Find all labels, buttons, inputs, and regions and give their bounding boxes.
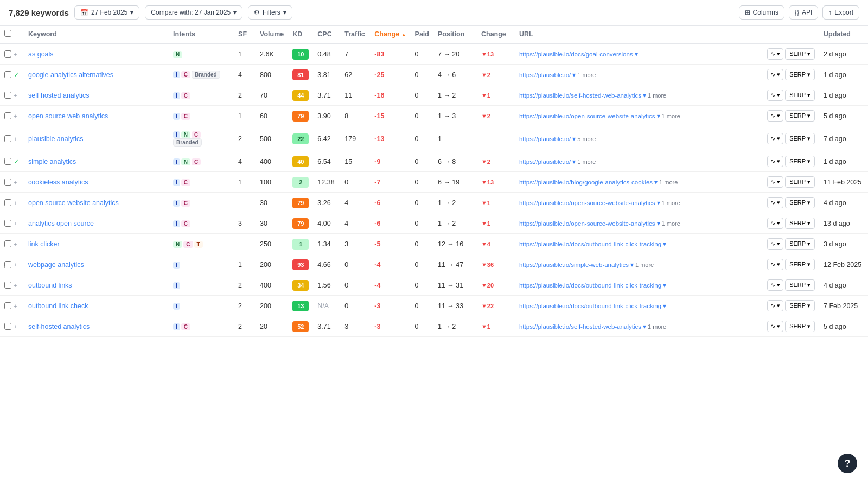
- chart-button[interactable]: ∿ ▾: [767, 321, 783, 332]
- url-link[interactable]: https://plausible.io/docs/outbound-link-…: [519, 241, 661, 247]
- intents-header[interactable]: Intents: [169, 26, 234, 43]
- chart-button[interactable]: ∿ ▾: [767, 238, 783, 250]
- select-all-checkbox[interactable]: [4, 30, 11, 37]
- url-link[interactable]: https://plausible.io/open-source-website…: [519, 113, 655, 119]
- keyword-link[interactable]: analytics open source: [28, 220, 94, 227]
- url-dropdown-icon[interactable]: ▾: [663, 282, 666, 289]
- url-link[interactable]: https://plausible.io/blog/google-analyti…: [519, 179, 653, 186]
- chart-button[interactable]: ∿ ▾: [767, 218, 783, 229]
- url-dropdown-icon[interactable]: ▾: [643, 92, 646, 99]
- url-more-link[interactable]: 1 more: [648, 323, 666, 330]
- url-link[interactable]: https://plausible.io/docs/outbound-link-…: [519, 282, 661, 289]
- add-icon[interactable]: +: [14, 323, 17, 330]
- url-more-link[interactable]: 1 more: [662, 220, 680, 227]
- keyword-link[interactable]: webpage analytics: [28, 261, 84, 269]
- cpc-header[interactable]: CPC: [313, 26, 340, 43]
- keyword-link[interactable]: self-hosted analytics: [28, 323, 90, 330]
- url-link[interactable]: https://plausible.io/docs/outbound-link-…: [519, 303, 661, 309]
- change-header[interactable]: Change ▲: [370, 26, 410, 43]
- row-checkbox[interactable]: [4, 282, 11, 289]
- keyword-link[interactable]: cookieless analytics: [28, 179, 88, 186]
- url-link[interactable]: https://plausible.io/self-hosted-web-ana…: [519, 323, 641, 330]
- serp-button[interactable]: SERP ▾: [785, 218, 815, 229]
- pchange-header[interactable]: Change: [477, 26, 515, 43]
- add-icon[interactable]: +: [14, 200, 17, 206]
- kd-header[interactable]: KD: [288, 26, 313, 43]
- add-icon[interactable]: +: [14, 179, 17, 186]
- url-dropdown-icon[interactable]: ▾: [572, 158, 576, 165]
- url-more-link[interactable]: 1 more: [662, 200, 680, 206]
- keyword-link[interactable]: outbound links: [28, 282, 72, 289]
- keyword-link[interactable]: open source website analytics: [28, 199, 119, 207]
- chart-button[interactable]: ∿ ▾: [767, 300, 783, 311]
- serp-button[interactable]: SERP ▾: [785, 238, 815, 250]
- add-icon[interactable]: +: [14, 92, 17, 99]
- chart-button[interactable]: ∿ ▾: [767, 156, 783, 167]
- url-more-link[interactable]: 1 more: [577, 72, 596, 78]
- url-link[interactable]: https://plausible.io/: [519, 136, 571, 142]
- row-checkbox[interactable]: [4, 71, 11, 78]
- chart-button[interactable]: ∿ ▾: [767, 176, 783, 188]
- date-picker-button[interactable]: 📅 27 Feb 2025 ▾: [74, 5, 139, 20]
- filters-button[interactable]: ⚙ Filters ▾: [248, 5, 292, 20]
- check-icon[interactable]: ✓: [14, 157, 20, 165]
- export-button[interactable]: ↑ Export: [822, 5, 859, 20]
- chart-button[interactable]: ∿ ▾: [767, 90, 783, 101]
- url-more-link[interactable]: 1 more: [662, 113, 680, 119]
- url-dropdown-icon[interactable]: ▾: [572, 71, 576, 79]
- row-checkbox[interactable]: [4, 240, 11, 247]
- volume-header[interactable]: Volume: [256, 26, 288, 43]
- url-dropdown-icon[interactable]: ▾: [657, 112, 660, 120]
- sf-header[interactable]: SF: [234, 26, 256, 43]
- traffic-header[interactable]: Traffic: [340, 26, 370, 43]
- row-checkbox[interactable]: [4, 112, 11, 119]
- url-dropdown-icon[interactable]: ▾: [630, 261, 634, 269]
- serp-button[interactable]: SERP ▾: [785, 279, 815, 291]
- row-checkbox[interactable]: [4, 220, 11, 227]
- url-dropdown-icon[interactable]: ▾: [663, 302, 666, 310]
- row-checkbox[interactable]: [4, 50, 11, 58]
- row-checkbox[interactable]: [4, 92, 11, 99]
- url-link[interactable]: https://plausible.io/self-hosted-web-ana…: [519, 92, 641, 99]
- columns-button[interactable]: ⊞ Columns: [739, 5, 784, 20]
- check-icon[interactable]: ✓: [14, 71, 20, 79]
- chart-button[interactable]: ∿ ▾: [767, 259, 783, 270]
- url-dropdown-icon[interactable]: ▾: [663, 240, 666, 248]
- paid-header[interactable]: Paid: [411, 26, 433, 43]
- chart-button[interactable]: ∿ ▾: [767, 69, 783, 80]
- url-dropdown-icon[interactable]: ▾: [654, 179, 658, 186]
- chart-button[interactable]: ∿ ▾: [767, 133, 783, 144]
- chart-button[interactable]: ∿ ▾: [767, 197, 783, 208]
- url-link[interactable]: https://plausible.io/: [519, 72, 571, 78]
- serp-button[interactable]: SERP ▾: [785, 197, 815, 208]
- url-link[interactable]: https://plausible.io/docs/goal-conversio…: [519, 51, 633, 58]
- chart-button[interactable]: ∿ ▾: [767, 48, 783, 60]
- url-more-link[interactable]: 1 more: [659, 179, 678, 186]
- url-dropdown-icon[interactable]: ▾: [657, 199, 660, 207]
- api-button[interactable]: {} API: [789, 5, 818, 20]
- position-header[interactable]: Position: [433, 26, 477, 43]
- add-icon[interactable]: +: [14, 303, 17, 309]
- url-link[interactable]: https://plausible.io/simple-web-analytic…: [519, 262, 629, 268]
- keyword-link[interactable]: outbound link check: [28, 302, 88, 310]
- url-link[interactable]: https://plausible.io/open-source-website…: [519, 220, 655, 227]
- serp-button[interactable]: SERP ▾: [785, 110, 815, 122]
- row-checkbox[interactable]: [4, 199, 11, 206]
- serp-button[interactable]: SERP ▾: [785, 48, 815, 60]
- url-header[interactable]: URL: [515, 26, 763, 43]
- serp-button[interactable]: SERP ▾: [785, 133, 815, 144]
- url-more-link[interactable]: 1 more: [577, 158, 596, 165]
- url-link[interactable]: https://plausible.io/: [519, 158, 571, 165]
- select-all-header[interactable]: [0, 26, 24, 43]
- row-checkbox[interactable]: [4, 158, 11, 165]
- add-icon[interactable]: +: [14, 220, 17, 227]
- keyword-link[interactable]: plausible analytics: [28, 135, 83, 143]
- url-dropdown-icon[interactable]: ▾: [643, 323, 646, 330]
- row-checkbox[interactable]: [4, 179, 11, 186]
- serp-button[interactable]: SERP ▾: [785, 259, 815, 270]
- updated-header[interactable]: Updated: [819, 26, 868, 43]
- url-more-link[interactable]: 5 more: [577, 136, 596, 142]
- keyword-link[interactable]: open source web analytics: [28, 112, 108, 120]
- url-more-link[interactable]: 1 more: [648, 92, 666, 99]
- serp-button[interactable]: SERP ▾: [785, 321, 815, 332]
